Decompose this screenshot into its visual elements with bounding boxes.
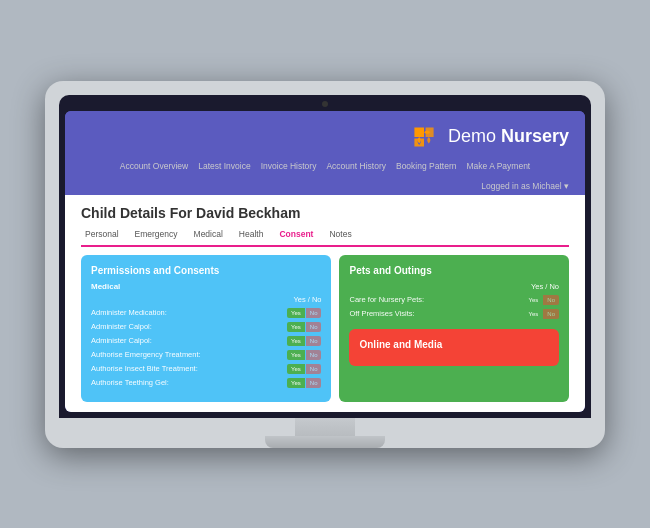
nav-make-payment[interactable]: Make A Payment <box>466 161 530 171</box>
tab-personal[interactable]: Personal <box>81 227 123 241</box>
stand-base <box>265 436 385 448</box>
toggle-4: Yes No <box>287 364 321 374</box>
tabs: Personal Emergency Medical Health Consen… <box>81 227 569 247</box>
perm-row-3: Authorise Emergency Treatment: Yes No <box>91 350 321 360</box>
tab-emergency[interactable]: Emergency <box>131 227 182 241</box>
perm-label-3: Authorise Emergency Treatment: <box>91 350 287 359</box>
nav-latest-invoice[interactable]: Latest Invoice <box>198 161 250 171</box>
navbar: Account Overview Latest Invoice Invoice … <box>65 159 585 195</box>
perm-label-2: Administer Calpol: <box>91 336 287 345</box>
toggle-yes-1[interactable]: Yes <box>287 322 305 332</box>
stand-neck <box>295 418 355 436</box>
perm-label-4: Authorise Insect Bite Treatment: <box>91 364 287 373</box>
permissions-section-label: Medical <box>91 282 321 291</box>
header: Demo Nursery <box>65 111 585 159</box>
perm-row-2: Administer Calpol: Yes No <box>91 336 321 346</box>
content-area: Child Details For David Beckham Personal… <box>65 195 585 412</box>
nav-logged-in[interactable]: Logged in as Michael ▾ <box>481 181 569 191</box>
permissions-yes-no-header: Yes / No <box>91 295 321 304</box>
toggle-yes-5[interactable]: Yes <box>287 378 305 388</box>
toggle-yes-0[interactable]: Yes <box>287 308 305 318</box>
logo-nursery: Nursery <box>501 126 569 146</box>
pets-toggle-yes-0[interactable]: Yes <box>525 295 543 305</box>
tab-notes[interactable]: Notes <box>325 227 355 241</box>
pets-toggle-1: Yes No <box>525 309 559 319</box>
toggle-5: Yes No <box>287 378 321 388</box>
perm-row-1: Administer Calpol: Yes No <box>91 322 321 332</box>
perm-row-0: Administer Medication: Yes No <box>91 308 321 318</box>
monitor: Demo Nursery Account Overview Latest Inv… <box>45 81 605 448</box>
pets-yes-no-header: Yes / No <box>349 282 559 291</box>
nav-invoice-history[interactable]: Invoice History <box>261 161 317 171</box>
perm-label-5: Authorise Teething Gel: <box>91 378 287 387</box>
perm-label-1: Administer Calpol: <box>91 322 287 331</box>
media-card-title: Online and Media <box>359 339 549 350</box>
toggle-yes-3[interactable]: Yes <box>287 350 305 360</box>
logo: Demo Nursery <box>408 121 569 153</box>
perm-row-4: Authorise Insect Bite Treatment: Yes No <box>91 364 321 374</box>
pets-row-0: Care for Nursery Pets: Yes No <box>349 295 559 305</box>
nav-account-history[interactable]: Account History <box>326 161 386 171</box>
pets-toggle-yes-1[interactable]: Yes <box>525 309 543 319</box>
toggle-yes-4[interactable]: Yes <box>287 364 305 374</box>
tab-health[interactable]: Health <box>235 227 268 241</box>
cards-row: Permissions and Consents Medical Yes / N… <box>81 255 569 402</box>
toggle-2: Yes No <box>287 336 321 346</box>
logo-text: Demo Nursery <box>448 126 569 147</box>
toggle-no-0[interactable]: No <box>306 308 322 318</box>
pets-card: Pets and Outings Yes / No Care for Nurse… <box>339 255 569 402</box>
toggle-3: Yes No <box>287 350 321 360</box>
permissions-card: Permissions and Consents Medical Yes / N… <box>81 255 331 402</box>
toggle-no-3[interactable]: No <box>306 350 322 360</box>
media-card: Online and Media <box>349 329 559 366</box>
pets-row-1: Off Premises Visits: Yes No <box>349 309 559 319</box>
toggle-no-5[interactable]: No <box>306 378 322 388</box>
puzzle-icon <box>408 121 440 153</box>
toggle-no-4[interactable]: No <box>306 364 322 374</box>
tab-medical[interactable]: Medical <box>190 227 227 241</box>
nav-booking-pattern[interactable]: Booking Pattern <box>396 161 456 171</box>
logo-demo: Demo <box>448 126 496 146</box>
pets-toggle-no-0[interactable]: No <box>543 295 559 305</box>
toggle-no-2[interactable]: No <box>306 336 322 346</box>
camera <box>322 101 328 107</box>
screen: Demo Nursery Account Overview Latest Inv… <box>65 111 585 412</box>
toggle-no-1[interactable]: No <box>306 322 322 332</box>
perm-row-5: Authorise Teething Gel: Yes No <box>91 378 321 388</box>
pets-toggle-no-1[interactable]: No <box>543 309 559 319</box>
toggle-1: Yes No <box>287 322 321 332</box>
page-title: Child Details For David Beckham <box>81 205 569 221</box>
pets-card-title: Pets and Outings <box>349 265 559 276</box>
tab-consent[interactable]: Consent <box>275 227 317 247</box>
permissions-card-title: Permissions and Consents <box>91 265 321 276</box>
pets-label-1: Off Premises Visits: <box>349 309 524 318</box>
monitor-stand <box>59 418 591 448</box>
pets-toggle-0: Yes No <box>525 295 559 305</box>
perm-label-0: Administer Medication: <box>91 308 287 317</box>
pets-label-0: Care for Nursery Pets: <box>349 295 524 304</box>
screen-bezel: Demo Nursery Account Overview Latest Inv… <box>59 95 591 418</box>
nav-account-overview[interactable]: Account Overview <box>120 161 189 171</box>
toggle-0: Yes No <box>287 308 321 318</box>
toggle-yes-2[interactable]: Yes <box>287 336 305 346</box>
